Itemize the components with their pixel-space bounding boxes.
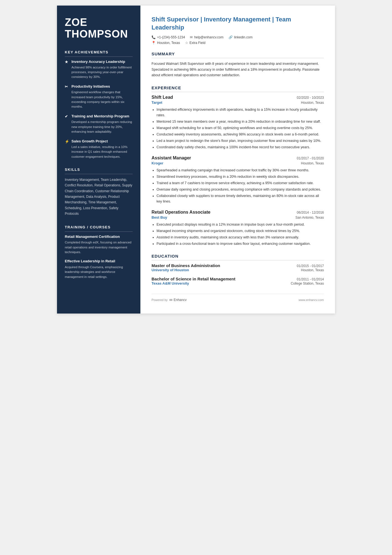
- achievement-item: ★ Inventory Accuracy Leadership Achieved…: [65, 60, 133, 80]
- achievements-section: KEY ACHIEVEMENTS ★ Inventory Accuracy Le…: [65, 50, 133, 159]
- exp-bullets-3: Executed product displays resulting in a…: [152, 222, 324, 246]
- first-name: ZOE: [65, 17, 133, 28]
- linkedin-icon: 🔗: [229, 35, 233, 39]
- exp-header-3: Retail Operations Associate 06/2014 - 12…: [152, 210, 324, 215]
- exp-dates-1: 02/2020 - 10/2023: [297, 96, 324, 100]
- star-contact-icon: ☆: [185, 41, 188, 45]
- sidebar: ZOE THOMPSON KEY ACHIEVEMENTS ★ Inventor…: [57, 6, 140, 314]
- bullet-item: Participated in a cross-functional team …: [157, 241, 324, 246]
- email-text: help@enhancv.com: [194, 35, 223, 39]
- lightning-icon: ⚡: [65, 139, 69, 144]
- education-section-title: EDUCATION: [152, 254, 324, 260]
- achievement-title-4: ⚡ Sales Growth Project: [65, 139, 133, 144]
- exp-location-2: Houston, Texas: [301, 161, 324, 165]
- bullet-item: Led a team project to redesign the store…: [157, 138, 324, 144]
- last-name: THOMPSON: [65, 28, 133, 40]
- bullet-item: Executed product displays resulting in a…: [157, 222, 324, 227]
- edu-school-row-2: Texas A&M University College Station, Te…: [152, 281, 324, 285]
- achievement-desc-2: Engineered workflow changes that increas…: [65, 90, 133, 109]
- bullet-item: Oversaw daily opening and closing proced…: [157, 187, 324, 192]
- exp-item-3: Retail Operations Associate 06/2014 - 12…: [152, 210, 324, 246]
- email-icon: ✉: [190, 35, 193, 39]
- course-desc-2: Acquired through Coursera, emphasizing l…: [65, 265, 133, 279]
- achievement-desc-1: Achieved 98% accuracy in order fulfillme…: [65, 65, 133, 80]
- bullet-item: Conducted weekly inventory assessments, …: [157, 132, 324, 137]
- footer: Powered by ∞ Enhancv www.enhancv.com: [152, 294, 324, 302]
- course-item: Effective Leadership in Retail Acquired …: [65, 259, 133, 279]
- exp-company-2: Kroger: [152, 161, 163, 165]
- exp-company-row-2: Kroger Houston, Texas: [152, 161, 324, 165]
- exp-bullets-1: Implemented efficiency improvements in s…: [152, 107, 324, 150]
- skills-section: SKILLS Inventory Management, Team Leader…: [65, 167, 133, 217]
- skills-title: SKILLS: [65, 167, 133, 174]
- main-title: Shift Supervisor | Inventory Management …: [152, 16, 324, 31]
- exp-title-1: Shift Lead: [152, 95, 173, 100]
- star-icon: ★: [65, 60, 69, 64]
- course-title-1: Retail Management Certification: [65, 235, 133, 239]
- check-icon: ✔: [65, 114, 69, 119]
- exp-title-3: Retail Operations Associate: [152, 210, 210, 215]
- extra-contact: ☆ Extra Field: [185, 41, 205, 45]
- summary-text: Focused Walmart Shift Supervisor with 8 …: [152, 61, 324, 78]
- footer-right: www.enhancv.com: [299, 298, 324, 302]
- bullet-item: Spearheaded a marketing campaign that in…: [157, 167, 324, 173]
- exp-location-3: San Antonio, Texas: [295, 216, 324, 219]
- summary-section-title: SUMMARY: [152, 51, 324, 58]
- edu-dates-2: 01/2011 - 01/2014: [297, 277, 324, 281]
- bullet-item: Trained a team of 7 cashiers to improve …: [157, 180, 324, 186]
- location-text: Houston, Texas: [157, 41, 180, 45]
- exp-company-row-1: Target Houston, Texas: [152, 100, 324, 105]
- achievement-title-2: ✂ Productivity Initiatives: [65, 84, 133, 89]
- exp-company-3: Best Buy: [152, 215, 167, 219]
- achievements-title: KEY ACHIEVEMENTS: [65, 50, 133, 57]
- achievements-list: ★ Inventory Accuracy Leadership Achieved…: [65, 60, 133, 159]
- edu-header-2: Bachelor of Science in Retail Management…: [152, 277, 324, 281]
- bullet-item: Collaborated closely with suppliers to e…: [157, 193, 324, 204]
- powered-by-label: Powered by: [152, 298, 168, 302]
- experience-section-title: EXPERIENCE: [152, 85, 324, 92]
- exp-bullets-2: Spearheaded a marketing campaign that in…: [152, 167, 324, 204]
- enhancv-logo: ∞ Enhancv: [169, 297, 187, 302]
- phone-text: +1-(234)-555-1234: [157, 35, 185, 39]
- course-desc-1: Completed through edX, focusing on advan…: [65, 240, 133, 255]
- achievement-title-3: ✔ Training and Mentorship Program: [65, 114, 133, 119]
- edu-item-2: Bachelor of Science in Retail Management…: [152, 277, 324, 285]
- achievement-item: ✔ Training and Mentorship Program Develo…: [65, 114, 133, 134]
- edu-location-2: College Station, Texas: [291, 282, 324, 285]
- name-block: ZOE THOMPSON: [65, 17, 133, 40]
- resume-container: ZOE THOMPSON KEY ACHIEVEMENTS ★ Inventor…: [57, 6, 335, 314]
- bullet-item: Managed shift scheduling for a team of 5…: [157, 125, 324, 131]
- education-section: EDUCATION Master of Business Administrat…: [152, 254, 324, 285]
- brand-name: Enhancv: [174, 298, 187, 302]
- exp-title-2: Assistant Manager: [152, 156, 191, 161]
- skills-text: Inventory Management, Team Leadership, C…: [65, 177, 133, 217]
- achievement-title-1: ★ Inventory Accuracy Leadership: [65, 60, 133, 64]
- exp-location-1: Houston, Texas: [301, 101, 324, 105]
- bullet-item: Managed incoming shipments and organized…: [157, 228, 324, 234]
- linkedin-text: linkedin.com: [234, 35, 253, 39]
- contact-row-2: 📍 Houston, Texas ☆ Extra Field: [152, 41, 324, 45]
- achievement-desc-4: Led a sales initiative, resulting in a 1…: [65, 145, 133, 159]
- course-title-2: Effective Leadership in Retail: [65, 259, 133, 264]
- bullet-item: Implemented efficiency improvements in s…: [157, 107, 324, 118]
- extra-text: Extra Field: [190, 41, 205, 45]
- edu-degree-2: Bachelor of Science in Retail Management: [152, 277, 235, 281]
- edu-school-1: University of Houston: [152, 268, 189, 272]
- experience-section: EXPERIENCE Shift Lead 02/2020 - 10/2023 …: [152, 85, 324, 246]
- exp-item-1: Shift Lead 02/2020 - 10/2023 Target Hous…: [152, 95, 324, 150]
- location-contact: 📍 Houston, Texas: [152, 41, 180, 45]
- edu-degree-1: Master of Business Administration: [152, 263, 220, 268]
- course-item: Retail Management Certification Complete…: [65, 235, 133, 255]
- exp-header-1: Shift Lead 02/2020 - 10/2023: [152, 95, 324, 100]
- achievement-desc-3: Developed a mentorship program reducing …: [65, 120, 133, 134]
- exp-company-1: Target: [152, 100, 162, 105]
- edu-item-1: Master of Business Administration 01/201…: [152, 263, 324, 272]
- scissors-icon: ✂: [65, 85, 69, 89]
- exp-company-row-3: Best Buy San Antonio, Texas: [152, 215, 324, 219]
- training-section: TRAINING / COURSES Retail Management Cer…: [65, 225, 133, 279]
- footer-left: Powered by ∞ Enhancv: [152, 297, 187, 302]
- exp-header-2: Assistant Manager 01/2017 - 01/2020: [152, 156, 324, 161]
- location-icon: 📍: [152, 41, 156, 45]
- edu-school-2: Texas A&M University: [152, 281, 189, 285]
- summary-section: SUMMARY Focused Walmart Shift Supervisor…: [152, 51, 324, 78]
